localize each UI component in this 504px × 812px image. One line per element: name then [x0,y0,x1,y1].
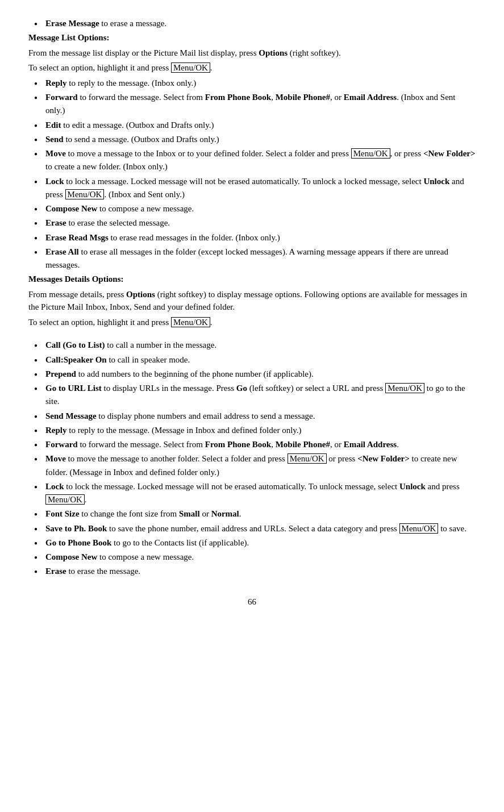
bullet-erase-message-bold: Erase Message [45,19,99,28]
bullet-go-to-phone-book: Go to Phone Book to go to the Contacts l… [28,536,476,549]
bullet-forward: Forward to forward the message. Select f… [28,91,476,118]
bullet-erase-all: Erase All to erase all messages in the f… [28,245,476,272]
bullet-prepend: Prepend to add numbers to the beginning … [28,368,476,381]
bullet-lock-details: Lock to lock the message. Locked message… [28,480,476,507]
top-bullets: Erase Message to erase a message. [28,17,476,30]
bullet-call-go-to-list: Call (Go to List) to call a number in th… [28,339,476,352]
spacer [28,331,476,339]
bullet-reply: Reply to reply to the message. (Inbox on… [28,77,476,90]
msg-details-intro1: From message details, press Options (rig… [28,288,476,314]
bullet-call-speaker-on: Call:Speaker On to call in speaker mode. [28,353,476,367]
bullet-edit: Edit to edit a message. (Outbox and Draf… [28,119,476,132]
bullet-font-size: Font Size to change the font size from S… [28,507,476,520]
bullet-erase: Erase to erase the selected message. [28,216,476,230]
bullet-move-details: Move to move the message to another fold… [28,452,476,479]
message-list-bullets: Reply to reply to the message. (Inbox on… [28,77,476,272]
bullet-compose-new-details: Compose New to compose a new message. [28,551,476,564]
bullet-forward-details: Forward to forward the message. Select f… [28,438,476,451]
msg-list-options-header: Message List Options: [28,31,476,44]
page-number: 66 [28,596,476,609]
bullet-compose-new: Compose New to compose a new message. [28,202,476,215]
bullet-send: Send to send a message. (Outbox and Draf… [28,133,476,146]
msg-list-intro1: From the message list display or the Pic… [28,47,476,60]
bullet-send-message: Send Message to display phone numbers an… [28,410,476,423]
msg-details-intro2: To select an option, highlight it and pr… [28,316,476,329]
bullet-go-to-url-list: Go to URL List to display URLs in the me… [28,382,476,409]
bullet-erase-details: Erase to erase the message. [28,565,476,578]
bullet-reply-details: Reply to reply to the message. (Message … [28,424,476,437]
msg-details-header: Messages Details Options: [28,273,476,286]
bullet-erase-message: Erase Message to erase a message. [28,17,476,30]
bullet-erase-read-msgs: Erase Read Msgs to erase read messages i… [28,231,476,244]
bullet-move: Move to move a message to the Inbox or t… [28,147,476,174]
bullet-save-to-ph-book: Save to Ph. Book to save the phone numbe… [28,522,476,535]
msg-list-intro2: To select an option, highlight it and pr… [28,61,476,74]
bullet-lock: Lock to lock a message. Locked message w… [28,175,476,202]
message-details-bullets: Call (Go to List) to call a number in th… [28,339,476,578]
